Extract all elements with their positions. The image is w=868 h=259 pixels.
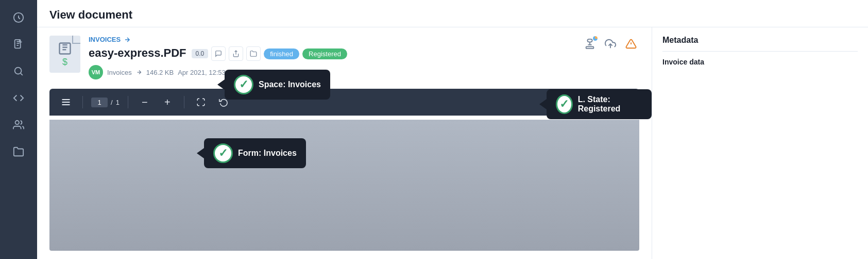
stamp-icon[interactable] <box>582 36 598 52</box>
separator-2 <box>128 96 128 108</box>
doc-title: easy-express.PDF <box>89 46 186 60</box>
main-content: View document $ INVOICES <box>37 0 868 259</box>
lstate-tooltip: ✓ L. State: Registered <box>547 89 652 119</box>
doc-thumbnail: $ <box>49 36 80 73</box>
doc-viewer: $ INVOICES easy-express.PDF 0.0 <box>37 27 652 259</box>
doc-info-row: $ INVOICES easy-express.PDF 0.0 <box>49 36 639 80</box>
sidebar-icon-dashboard[interactable] <box>7 6 30 29</box>
status-finished-badge: finished <box>264 48 299 59</box>
status-registered-badge: Registered <box>302 48 347 59</box>
lstate-tooltip-arrow <box>539 99 547 109</box>
author-space: Invoices <box>107 69 132 76</box>
right-panel: Metadata Invoice data <box>652 27 868 259</box>
comment-icon[interactable] <box>211 46 226 61</box>
lstate-tooltip-wrapper: ✓ L. State: Registered <box>539 89 652 119</box>
author-avatar: VM <box>89 65 103 79</box>
form-tooltip: ✓ Form: Invoices <box>204 138 306 168</box>
sidebar-icon-search[interactable] <box>7 60 30 83</box>
sidebar-icon-folders[interactable] <box>7 140 30 163</box>
space-tooltip: ✓ Space: Invoices <box>225 70 330 100</box>
sidebar <box>0 0 37 259</box>
invoice-data-title: Invoice data <box>662 58 858 66</box>
sidebar-icon-documents[interactable] <box>7 33 30 56</box>
space-tooltip-text: Space: Invoices <box>259 80 321 89</box>
file-size: 146.2 KB <box>146 69 174 76</box>
page-total: 1 <box>116 99 120 106</box>
sidebar-icon-code[interactable] <box>7 87 30 109</box>
menu-icon[interactable] <box>58 94 74 110</box>
form-check-icon: ✓ <box>213 143 233 163</box>
upload-icon[interactable] <box>602 36 619 52</box>
page-input[interactable]: 1 <box>91 98 108 107</box>
lstate-check-icon: ✓ <box>556 94 573 114</box>
space-tooltip-arrow <box>217 79 225 90</box>
page-indicator: 1 / 1 <box>91 98 120 107</box>
zoom-in-icon[interactable]: + <box>159 94 176 110</box>
doc-space-link[interactable]: INVOICES <box>89 36 347 43</box>
space-check-icon: ✓ <box>234 75 253 94</box>
fit-page-icon[interactable] <box>193 94 209 110</box>
form-tooltip-arrow <box>197 148 204 158</box>
separator-1 <box>82 96 83 108</box>
doc-badges: 0.0 finished Registered <box>192 46 347 61</box>
svg-point-2 <box>15 68 22 74</box>
lstate-tooltip-text: L. State: Registered <box>578 95 642 114</box>
zoom-out-icon[interactable]: − <box>137 94 153 110</box>
doc-area: $ INVOICES easy-express.PDF 0.0 <box>37 27 868 259</box>
folder-doc-icon[interactable] <box>246 46 261 61</box>
divider <box>662 51 858 52</box>
page-header: View document <box>37 0 868 27</box>
svg-rect-9 <box>586 47 594 49</box>
warning-icon[interactable] <box>623 36 639 52</box>
page-separator: / <box>111 99 113 106</box>
form-tooltip-text: Form: Invoices <box>238 149 297 158</box>
svg-point-3 <box>15 121 19 124</box>
version-badge: 0.0 <box>192 49 209 58</box>
page-title: View document <box>49 8 856 22</box>
space-tooltip-wrapper: ✓ Space: Invoices <box>217 70 330 100</box>
pdf-preview-area <box>49 120 639 251</box>
sidebar-icon-users[interactable] <box>7 114 30 136</box>
separator-3 <box>184 96 184 108</box>
share-icon[interactable] <box>229 46 243 61</box>
metadata-title: Metadata <box>662 36 858 45</box>
form-tooltip-wrapper: ✓ Form: Invoices <box>197 138 306 168</box>
space-label: INVOICES <box>89 36 121 43</box>
doc-actions <box>582 36 639 52</box>
